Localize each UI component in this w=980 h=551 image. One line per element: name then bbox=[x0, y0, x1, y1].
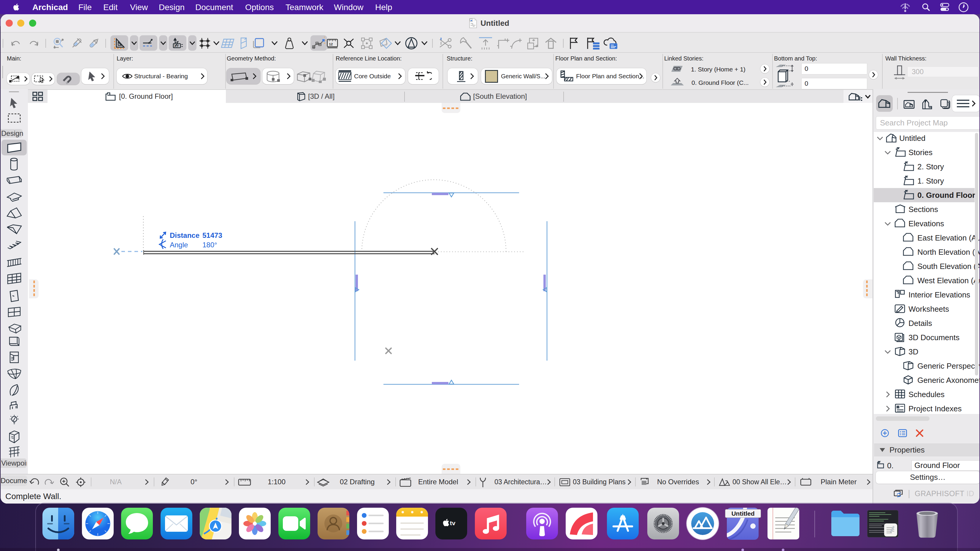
svg-text:0. Ground Floor: 0. Ground Floor bbox=[917, 191, 975, 200]
svg-text:Angle: Angle bbox=[170, 241, 188, 249]
svg-text:Distance: Distance bbox=[170, 231, 199, 239]
svg-text:West Elevation (Au: West Elevation (Au bbox=[917, 276, 979, 285]
svg-text:1. Story: 1. Story bbox=[917, 176, 944, 185]
svg-text:Untitled: Untitled bbox=[899, 134, 925, 143]
svg-text:Stories: Stories bbox=[908, 148, 932, 157]
svg-text:Sections: Sections bbox=[908, 205, 938, 214]
svg-text:3D Documents: 3D Documents bbox=[908, 333, 959, 342]
svg-text:Project Indexes: Project Indexes bbox=[908, 404, 962, 413]
svg-text:Schedules: Schedules bbox=[908, 390, 944, 399]
svg-text:2. Story: 2. Story bbox=[917, 162, 944, 171]
svg-text:180°: 180° bbox=[202, 241, 217, 249]
svg-text:South Elevation (A: South Elevation (A bbox=[917, 262, 979, 271]
svg-text:Interior Elevations: Interior Elevations bbox=[908, 290, 970, 299]
svg-text:Worksheets: Worksheets bbox=[908, 305, 949, 313]
svg-text:East Elevation (Aut: East Elevation (Aut bbox=[917, 233, 979, 242]
svg-text:Generic Axonomet: Generic Axonomet bbox=[917, 376, 979, 384]
svg-text:tv: tv bbox=[450, 519, 456, 526]
svg-text:12: 12 bbox=[329, 42, 333, 46]
svg-text:XY: XY bbox=[174, 44, 179, 48]
svg-text:North Elevation (A: North Elevation (A bbox=[917, 248, 979, 257]
svg-text:Generic Perspectiv: Generic Perspectiv bbox=[917, 362, 979, 370]
svg-text:Elevations: Elevations bbox=[908, 219, 944, 228]
svg-text:51473: 51473 bbox=[202, 231, 222, 239]
svg-text:3D: 3D bbox=[908, 347, 918, 356]
svg-text:Details: Details bbox=[908, 319, 932, 328]
